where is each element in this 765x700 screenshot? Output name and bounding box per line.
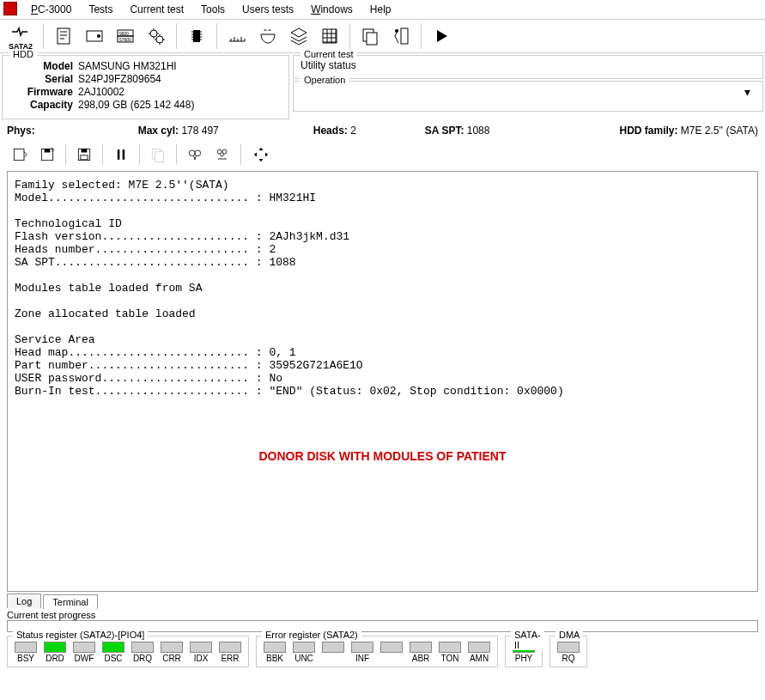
led-label: ABR bbox=[412, 654, 430, 663]
svg-rect-21 bbox=[123, 149, 125, 160]
led-label: IDX bbox=[194, 654, 209, 663]
led-bsy: BSY bbox=[13, 642, 39, 663]
hdd-capacity-label: Capacity bbox=[9, 99, 78, 111]
terminal-toolbar bbox=[0, 140, 765, 169]
svg-rect-14 bbox=[14, 149, 24, 160]
sata2-group: SATA-II PHY bbox=[505, 636, 543, 667]
led-indicator bbox=[293, 642, 315, 653]
led-indicator bbox=[410, 642, 432, 653]
tool-drive-icon[interactable] bbox=[80, 21, 109, 51]
svg-point-7 bbox=[150, 30, 157, 37]
bottom-tabs: Log Terminal bbox=[0, 593, 765, 608]
menu-current-test[interactable]: Current test bbox=[123, 2, 191, 17]
info-panels: HDD ModelSAMSUNG HM321HI SerialS24PJ9FZ8… bbox=[0, 53, 765, 121]
svg-rect-9 bbox=[193, 30, 200, 42]
family-value: M7E 2.5'' (SATA) bbox=[681, 125, 758, 137]
error-register-group: Error register (SATA2) BBKUNCINFABRTONAM… bbox=[256, 636, 498, 667]
led-label: AMN bbox=[470, 654, 489, 663]
svg-point-24 bbox=[189, 150, 195, 156]
led-label: ERR bbox=[221, 654, 239, 663]
hdd-capacity-value: 298,09 GB (625 142 448) bbox=[78, 99, 194, 111]
led-blank bbox=[379, 642, 404, 663]
led-indicator bbox=[102, 642, 124, 653]
registers-row: Status register (SATA2)-[PIO4] BSYDRDDWF… bbox=[7, 636, 758, 667]
led-idx: IDX bbox=[188, 642, 214, 663]
tool-gears-icon[interactable] bbox=[142, 21, 171, 51]
phys-label: Phys: bbox=[7, 125, 35, 137]
tab-log[interactable]: Log bbox=[7, 593, 41, 608]
chevron-down-icon[interactable]: ▾ bbox=[744, 85, 756, 99]
tool-play-icon[interactable] bbox=[427, 21, 456, 51]
led-label: PHY bbox=[515, 654, 533, 663]
tool-counter-icon[interactable]: 960057600 bbox=[111, 21, 140, 51]
tool-find-next-icon[interactable] bbox=[209, 142, 235, 167]
hdd-panel: HDD ModelSAMSUNG HM321HI SerialS24PJ9FZ8… bbox=[2, 55, 289, 119]
menu-help[interactable]: Help bbox=[363, 2, 398, 17]
info-bar: Phys: Max cyl: 178 497 Heads: 2 SA SPT: … bbox=[0, 121, 765, 140]
terminal-output[interactable]: Family selected: M7E 2.5''(SATA) Model..… bbox=[7, 171, 758, 592]
tool-save-icon[interactable] bbox=[71, 142, 97, 167]
tool-grid-icon[interactable] bbox=[315, 21, 344, 51]
led-err: ERR bbox=[217, 642, 243, 663]
hdd-serial-value: S24PJ9FZ809654 bbox=[78, 73, 161, 85]
svg-point-26 bbox=[217, 149, 222, 154]
tool-move-icon[interactable] bbox=[246, 142, 276, 167]
led-indicator bbox=[380, 642, 403, 653]
status-register-group: Status register (SATA2)-[PIO4] BSYDRDDWF… bbox=[7, 636, 249, 667]
menu-users-tests[interactable]: Users tests bbox=[235, 2, 301, 17]
tool-chip-icon[interactable] bbox=[182, 21, 211, 51]
led-indicator bbox=[219, 642, 241, 653]
utility-status: Utility status bbox=[301, 59, 756, 71]
maxcyl-label: Max cyl: bbox=[138, 125, 179, 137]
tool-ruler-icon[interactable] bbox=[222, 21, 252, 51]
hdd-serial-label: Serial bbox=[9, 73, 78, 85]
tool-save-as-icon[interactable] bbox=[34, 142, 60, 167]
console-text: Family selected: M7E 2.5''(SATA) Model..… bbox=[15, 179, 564, 398]
svg-text:9600: 9600 bbox=[119, 31, 129, 36]
svg-rect-0 bbox=[58, 28, 70, 44]
tool-copy2-icon[interactable] bbox=[145, 142, 171, 167]
led-label: UNC bbox=[294, 654, 313, 663]
svg-rect-19 bbox=[81, 155, 88, 160]
current-test-panel: Current test Utility status bbox=[293, 55, 763, 79]
tool-doc-icon[interactable] bbox=[49, 21, 78, 51]
sata2-legend: SATA-II bbox=[511, 630, 544, 650]
led-indicator bbox=[190, 642, 212, 653]
tool-layers-icon[interactable] bbox=[284, 21, 313, 51]
menu-pc3000[interactable]: PC-3000 bbox=[24, 2, 78, 17]
led-dwf: DWF bbox=[71, 642, 97, 663]
tool-cup-icon[interactable] bbox=[253, 21, 282, 51]
svg-rect-20 bbox=[118, 149, 120, 160]
sata-mode-button[interactable]: SATA2 bbox=[3, 21, 38, 51]
led-label: TON bbox=[441, 654, 459, 663]
tool-pause-icon[interactable] bbox=[108, 142, 134, 167]
tab-terminal[interactable]: Terminal bbox=[43, 594, 98, 609]
menu-tools[interactable]: Tools bbox=[194, 2, 232, 17]
led-indicator bbox=[44, 642, 66, 653]
led-drd: DRD bbox=[42, 642, 68, 663]
led-label: DWF bbox=[75, 654, 94, 663]
tool-open-icon[interactable] bbox=[7, 142, 33, 167]
led-rq: RQ bbox=[556, 642, 581, 663]
led-abr: ABR bbox=[408, 642, 434, 663]
led-indicator bbox=[15, 642, 37, 653]
led-indicator bbox=[351, 642, 373, 653]
error-register-legend: Error register (SATA2) bbox=[262, 630, 361, 640]
svg-rect-18 bbox=[82, 149, 88, 152]
led-ton: TON bbox=[437, 642, 463, 663]
tool-exit-icon[interactable] bbox=[386, 21, 416, 51]
tool-copy-icon[interactable] bbox=[355, 21, 385, 51]
menu-windows[interactable]: Windows bbox=[304, 2, 360, 17]
tool-find-icon[interactable] bbox=[182, 142, 208, 167]
led-label: INF bbox=[355, 654, 369, 663]
menu-tests[interactable]: Tests bbox=[82, 2, 119, 17]
led-indicator bbox=[73, 642, 95, 653]
led-indicator bbox=[557, 642, 580, 653]
maxcyl-value: 178 497 bbox=[181, 125, 218, 137]
led-indicator bbox=[468, 642, 490, 653]
led-label: DSC bbox=[104, 654, 122, 663]
led-crr: CRR bbox=[159, 642, 185, 663]
status-register-legend: Status register (SATA2)-[PIO4] bbox=[13, 630, 148, 640]
family-label: HDD family: bbox=[619, 125, 677, 137]
operation-legend: Operation bbox=[301, 75, 349, 85]
